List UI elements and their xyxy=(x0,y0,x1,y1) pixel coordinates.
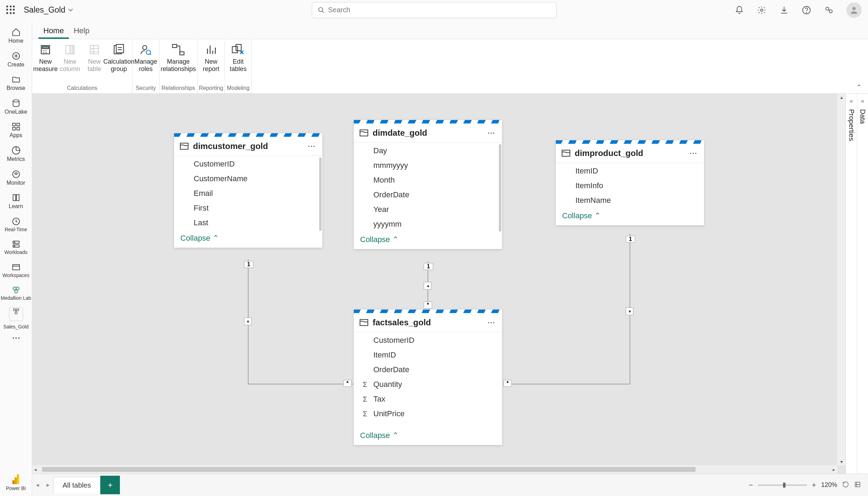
column-row[interactable]: yyyymm xyxy=(354,217,502,232)
vertical-scrollbar[interactable]: ▴ ▾ xyxy=(837,94,846,465)
rail-learn[interactable]: Learn xyxy=(0,190,32,212)
column-row[interactable]: CustomerName xyxy=(174,171,322,186)
rail-browse[interactable]: Browse xyxy=(0,72,32,94)
data-pane-collapsed[interactable]: « Data xyxy=(857,94,868,474)
layout-tab-alltables[interactable]: All tables xyxy=(53,477,100,494)
table-scrollbar[interactable] xyxy=(499,144,501,232)
column-row[interactable]: First xyxy=(174,201,322,215)
horizontal-scrollbar[interactable]: ◂ ▸ xyxy=(32,465,837,474)
rail-create[interactable]: Create xyxy=(0,48,32,71)
zoom-slider[interactable] xyxy=(758,484,807,486)
scroll-down-arrow[interactable]: ▾ xyxy=(840,459,843,465)
column-row[interactable]: OrderDate xyxy=(354,362,502,377)
table-factsales[interactable]: factsales_gold ⋯ CustomerID ItemID Order… xyxy=(354,310,502,445)
measure-icon xyxy=(39,43,52,57)
svg-point-9 xyxy=(13,100,19,102)
powerbi-icon xyxy=(12,474,20,484)
column-row[interactable]: ΣTax xyxy=(354,392,502,406)
column-row[interactable]: ItemInfo xyxy=(556,178,704,193)
table-dimproduct[interactable]: dimproduct_gold ⋯ ItemID ItemInfo ItemNa… xyxy=(556,140,704,225)
zoom-slider-knob[interactable] xyxy=(783,483,785,488)
search-input[interactable] xyxy=(328,6,551,14)
svg-rect-27 xyxy=(15,312,17,314)
rail-salesgold-model[interactable] xyxy=(9,307,23,321)
svg-rect-37 xyxy=(116,44,124,53)
zoom-in-button[interactable]: + xyxy=(812,481,816,490)
collapse-ribbon-button[interactable]: ⌃ xyxy=(856,83,862,91)
rail-monitor[interactable]: Monitor xyxy=(0,166,32,189)
scroll-left-arrow[interactable]: ◂ xyxy=(34,467,37,472)
add-layout-tab[interactable]: + xyxy=(100,476,120,494)
next-tab-arrow[interactable]: ▸ xyxy=(43,481,53,489)
tab-help[interactable]: Help xyxy=(69,26,94,39)
column-row[interactable]: Month xyxy=(354,173,502,187)
rail-home[interactable]: Home xyxy=(0,24,32,47)
rail-footer[interactable]: Power BI xyxy=(6,474,26,491)
document-name-dropdown[interactable]: Sales_Gold xyxy=(24,5,73,15)
rel-direction-arrow: ▾ xyxy=(244,318,252,325)
manage-relationships-button[interactable]: Manage relationships xyxy=(161,41,196,74)
column-row[interactable]: Last xyxy=(174,215,322,230)
column-row[interactable]: ItemID xyxy=(354,348,502,362)
collapse-link[interactable]: Collapse ⌃ xyxy=(360,235,399,244)
onelake-icon xyxy=(11,98,21,108)
table-more-icon[interactable]: ⋯ xyxy=(306,140,317,152)
column-row[interactable]: Email xyxy=(174,186,322,201)
zoom-reset-icon[interactable] xyxy=(842,481,849,489)
app-launcher-icon[interactable] xyxy=(6,6,15,15)
calculation-group-button[interactable]: Calculation group xyxy=(107,41,131,74)
help-icon[interactable] xyxy=(802,5,811,15)
rail-metrics[interactable]: Metrics xyxy=(0,143,32,165)
notifications-icon[interactable] xyxy=(734,5,744,15)
rail-apps[interactable]: Apps xyxy=(0,119,32,141)
column-row[interactable]: Year xyxy=(354,202,502,217)
column-row[interactable]: ΣUnitPrice xyxy=(354,406,502,421)
column-row[interactable]: ΣQuantity xyxy=(354,377,502,392)
feedback-icon[interactable] xyxy=(824,5,834,15)
rail-medallion-lab[interactable]: Medallion Lab xyxy=(0,282,32,304)
table-more-icon[interactable]: ⋯ xyxy=(485,317,497,328)
manage-roles-button[interactable]: Manage roles xyxy=(134,41,158,74)
column-row[interactable]: ItemName xyxy=(556,193,704,208)
table-dimdate[interactable]: dimdate_gold ⋯ Day mmmyyyy Month OrderDa… xyxy=(354,120,502,249)
tab-home[interactable]: Home xyxy=(38,26,69,39)
table-more-icon[interactable]: ⋯ xyxy=(687,147,699,159)
column-row[interactable]: mmmyyyy xyxy=(354,158,502,173)
fit-to-page-icon[interactable] xyxy=(854,481,861,489)
collapse-link[interactable]: Collapse ⌃ xyxy=(360,431,399,440)
ribbon-group-relationships: Manage relationships Relationships xyxy=(159,39,198,93)
rail-onelake[interactable]: OneLake xyxy=(0,95,32,118)
create-icon xyxy=(11,51,21,61)
column-row[interactable]: CustomerID xyxy=(174,157,322,171)
rail-workspaces[interactable]: Workspaces xyxy=(0,260,32,281)
column-row[interactable]: CustomerID xyxy=(354,333,502,348)
model-canvas[interactable]: 1 ▾ * 1 ◂ * 1 ▾ * dimcustomer_gold ⋯ Cus… xyxy=(32,94,846,474)
search-box[interactable] xyxy=(312,2,557,18)
table-dimcustomer[interactable]: dimcustomer_gold ⋯ CustomerID CustomerNa… xyxy=(174,133,322,248)
zoom-out-button[interactable]: − xyxy=(748,481,753,490)
download-icon[interactable] xyxy=(779,5,789,15)
edit-tables-button[interactable]: Edit tables xyxy=(226,41,250,74)
rail-workloads[interactable]: Workloads xyxy=(0,236,32,258)
prev-tab-arrow[interactable]: ◂ xyxy=(32,481,43,489)
file-tabs: Home Help xyxy=(32,20,868,39)
edit-tables-icon xyxy=(231,43,245,57)
column-row[interactable]: OrderDate xyxy=(354,187,502,202)
rail-more-icon[interactable]: ⋯ xyxy=(12,333,20,343)
rail-realtime[interactable]: Real-Time xyxy=(0,214,32,235)
scroll-right-arrow[interactable]: ▸ xyxy=(833,467,835,472)
scroll-up-arrow[interactable]: ▴ xyxy=(840,94,843,100)
table-scrollbar[interactable] xyxy=(319,157,322,231)
user-avatar[interactable] xyxy=(846,2,862,18)
table-title: dimproduct_gold xyxy=(575,148,643,158)
table-more-icon[interactable]: ⋯ xyxy=(485,127,497,139)
properties-pane-collapsed[interactable]: « Properties xyxy=(846,94,857,474)
settings-icon[interactable] xyxy=(757,5,767,15)
scroll-thumb[interactable] xyxy=(42,467,696,472)
column-row[interactable]: Day xyxy=(354,143,502,158)
new-measure-button[interactable]: New measure xyxy=(34,41,57,74)
column-row[interactable]: ItemID xyxy=(556,164,704,178)
collapse-link[interactable]: Collapse ⌃ xyxy=(562,211,601,220)
new-report-button[interactable]: New report xyxy=(199,41,223,74)
collapse-link[interactable]: Collapse ⌃ xyxy=(180,234,219,243)
